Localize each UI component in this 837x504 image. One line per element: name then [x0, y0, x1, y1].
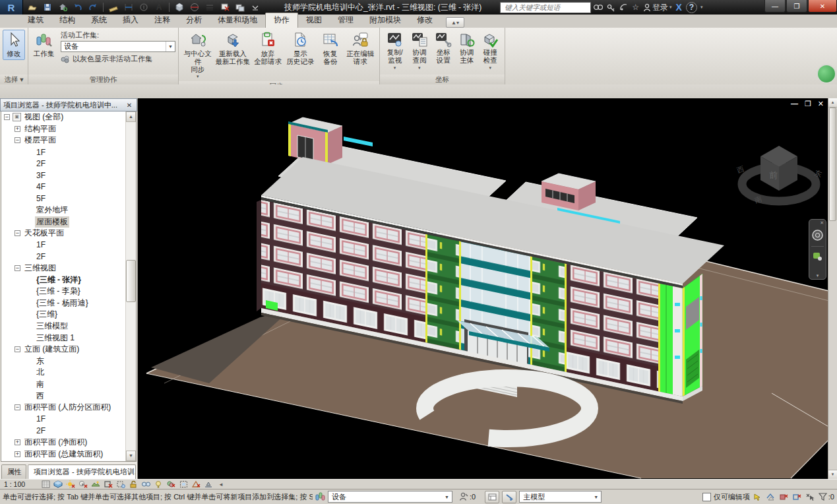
sync-with-central-icon[interactable]	[56, 1, 69, 13]
sign-in[interactable]: 登录 ▾	[643, 2, 672, 13]
unlocked-3d-view-icon[interactable]	[128, 480, 139, 489]
tree-item[interactable]: 南	[1, 379, 136, 391]
tree-item[interactable]: 结构平面	[1, 123, 136, 135]
tree-item[interactable]: 1F	[1, 413, 136, 425]
tab-analyze[interactable]: 分析	[178, 13, 210, 28]
tree-item[interactable]: 立面 (建筑立面)	[1, 344, 136, 356]
tab-view[interactable]: 视图	[298, 13, 330, 28]
restore-button[interactable]: ❐	[786, 0, 807, 13]
close-button[interactable]: ✕	[808, 0, 837, 13]
tree-item[interactable]: 2F	[1, 425, 136, 437]
press-drag-icon[interactable]	[753, 493, 763, 501]
filter-status[interactable]: :0	[819, 493, 834, 501]
thin-lines-icon[interactable]	[203, 1, 216, 13]
tree-item[interactable]: 面积平面 (总建筑面积)	[1, 448, 136, 460]
modify-button[interactable]: 修改	[3, 30, 25, 60]
canvas-scroll-up-icon[interactable]: ▲	[828, 98, 837, 108]
navbar-close-icon[interactable]: ✕	[820, 220, 824, 226]
search-input[interactable]	[503, 3, 588, 12]
interference-check-button[interactable]: 碰撞 检查	[479, 30, 503, 72]
tree-item[interactable]: 天花板平面	[1, 228, 136, 239]
expander-icon[interactable]	[15, 265, 20, 271]
navbar-expand-icon[interactable]: ▾	[809, 273, 826, 278]
viewcube[interactable]: 前 南 东 西	[735, 146, 822, 205]
tree-scrollbar[interactable]: ▲ ▼	[125, 111, 136, 461]
help-icon[interactable]: ?	[686, 2, 697, 13]
tree-item[interactable]: 面积平面 (净面积)	[1, 437, 136, 449]
expander-icon[interactable]	[15, 404, 20, 410]
view-restore-icon[interactable]: ❐	[805, 100, 811, 108]
tab-structure[interactable]: 结构	[51, 13, 83, 28]
section-icon[interactable]	[188, 1, 201, 13]
redo-icon[interactable]	[86, 1, 100, 13]
tab-project-browser[interactable]: 项目浏览器 - 技师学院机电培训...	[28, 464, 136, 479]
canvas-scroll-down-icon[interactable]: ▼	[828, 470, 837, 479]
sun-path-off-icon[interactable]	[65, 480, 76, 489]
view-minimize-icon[interactable]: —	[791, 100, 798, 108]
select-multiple-icon[interactable]	[805, 493, 816, 501]
tree-item[interactable]: 2F	[1, 158, 136, 170]
scroll-up-icon[interactable]: ▲	[126, 111, 136, 122]
project-browser-titlebar[interactable]: 项目浏览器 - 技师学院机电培训中... ✕	[0, 98, 137, 111]
dropdown-caret-icon[interactable]: ▼	[442, 495, 452, 499]
tree-item[interactable]: {三维}	[1, 309, 136, 321]
tree-item[interactable]: 北	[1, 367, 136, 379]
tab-collaborate[interactable]: 协作	[265, 13, 298, 28]
scrollbar-thumb[interactable]	[126, 260, 136, 302]
tree-item[interactable]: 1F	[1, 239, 136, 251]
subscription-badge-icon[interactable]	[817, 64, 836, 84]
communication-center-icon[interactable]	[619, 3, 628, 12]
tree-item[interactable]: 楼层平面	[1, 135, 136, 146]
infocenter-search[interactable]	[500, 2, 591, 13]
coordination-host-button[interactable]: 协调 主体	[455, 30, 479, 67]
tab-properties[interactable]: 属性	[1, 464, 26, 479]
tab-manage[interactable]: 管理	[330, 13, 361, 28]
view-close-icon[interactable]: ✕	[818, 100, 824, 108]
tab-modify[interactable]: 修改	[409, 13, 441, 28]
analytical-model-off-icon[interactable]	[191, 480, 201, 489]
detail-level-icon[interactable]	[40, 480, 51, 489]
tab-systems[interactable]: 系统	[83, 13, 115, 28]
relinquish-status-button[interactable]	[502, 491, 516, 503]
highlight-displacement-icon[interactable]	[203, 480, 214, 489]
tab-addins[interactable]: 附加模块	[361, 13, 409, 28]
worksets-status-icon[interactable]	[315, 491, 325, 503]
active-workset-dropdown[interactable]: 设备 ▼	[61, 41, 175, 52]
tree-item[interactable]: 西	[1, 390, 136, 402]
expander-icon[interactable]	[15, 230, 20, 236]
rendering-dialog-icon[interactable]	[90, 480, 101, 489]
editing-requests-status[interactable]: :0	[459, 492, 476, 501]
qat-customize-icon[interactable]	[249, 1, 262, 13]
default-3d-view-icon[interactable]	[173, 1, 186, 13]
tab-architecture[interactable]: 建筑	[20, 13, 51, 28]
vcb-collapse-icon[interactable]: ◂	[216, 480, 226, 489]
show-history-button[interactable]: 显示 历史记录	[284, 30, 317, 68]
steering-wheel-icon[interactable]	[811, 229, 824, 243]
copy-monitor-button[interactable]: 复制/ 监视	[383, 30, 407, 72]
restore-backup-button[interactable]: 恢复 备份	[317, 30, 344, 68]
expander-icon[interactable]	[15, 346, 20, 352]
exchange-apps-icon[interactable]: X	[676, 2, 682, 13]
tree-item[interactable]: 2F	[1, 251, 136, 263]
expander-icon[interactable]	[15, 126, 20, 132]
tab-annotate[interactable]: 注释	[146, 13, 178, 28]
tree-item[interactable]: 三维模型	[1, 321, 136, 332]
expander-icon[interactable]	[4, 114, 10, 120]
scroll-down-icon[interactable]: ▼	[126, 451, 136, 461]
canvas-scrollbar-thumb[interactable]	[829, 108, 836, 221]
select-panel-label[interactable]: 选择 ▾	[0, 75, 28, 84]
editable-only-checkbox[interactable]	[702, 493, 711, 501]
tree-item[interactable]: 5F	[1, 193, 136, 205]
subscription-key-icon[interactable]	[607, 3, 615, 12]
tab-insert[interactable]: 插入	[115, 13, 146, 28]
tree-item[interactable]: 3F	[1, 170, 136, 181]
switch-windows-icon[interactable]	[233, 1, 247, 13]
coordination-review-button[interactable]: 协调 查阅	[407, 30, 431, 72]
minimize-button[interactable]: —	[764, 0, 786, 13]
expander-icon[interactable]	[15, 137, 20, 143]
tree-item[interactable]: {三维 - 杨雨迪}	[1, 298, 136, 309]
viewcube-front-label[interactable]: 前	[769, 170, 778, 180]
design-option-dropdown[interactable]: 主模型 ▼	[519, 491, 602, 503]
tree-item[interactable]: 东	[1, 355, 136, 367]
tree-item[interactable]: {三维 - 李枭}	[1, 286, 136, 298]
